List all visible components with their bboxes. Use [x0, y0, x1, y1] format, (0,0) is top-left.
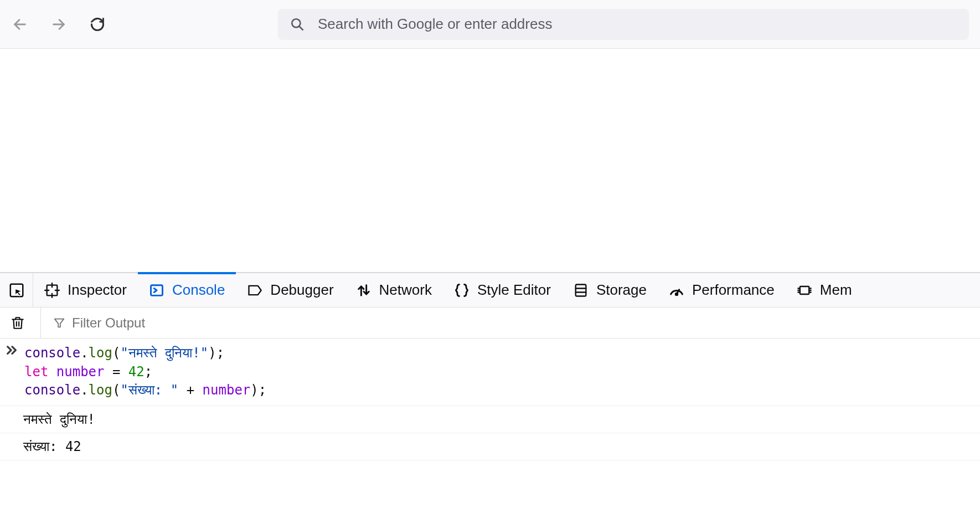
address-bar[interactable] — [278, 9, 969, 40]
tab-style-editor[interactable]: Style Editor — [443, 273, 562, 307]
tab-memory[interactable]: Mem — [786, 273, 863, 307]
devtools-panel: Inspector Console Debugger Netwo — [0, 272, 980, 460]
svg-point-17 — [675, 293, 678, 295]
code-line-3: console.log("संख्या: " + number); — [24, 381, 266, 400]
filter-wrapper — [40, 307, 971, 338]
tab-label: Mem — [820, 281, 852, 299]
tab-inspector[interactable]: Inspector — [33, 273, 138, 307]
tab-debugger[interactable]: Debugger — [236, 273, 344, 307]
forward-button[interactable] — [50, 16, 68, 33]
back-button[interactable] — [11, 16, 29, 33]
console-content: console.log("नमस्ते दुनिया!"); let numbe… — [0, 339, 980, 460]
browser-toolbar — [0, 0, 980, 49]
debugger-icon — [247, 283, 262, 298]
picker-icon — [8, 282, 25, 299]
tab-performance[interactable]: Performance — [658, 273, 786, 307]
tab-label: Debugger — [270, 281, 333, 299]
address-input[interactable] — [318, 16, 957, 33]
tab-label: Style Editor — [477, 281, 551, 299]
tab-label: Performance — [692, 281, 775, 299]
tab-label: Inspector — [68, 281, 127, 299]
network-icon — [356, 283, 372, 298]
tab-label: Network — [379, 281, 432, 299]
tab-console[interactable]: Console — [138, 273, 236, 307]
tab-label: Storage — [596, 281, 647, 299]
reload-button[interactable] — [89, 16, 106, 33]
filter-icon — [53, 317, 65, 329]
console-code: console.log("नमस्ते दुनिया!"); let numbe… — [24, 344, 266, 400]
clear-console-button[interactable] — [9, 314, 27, 332]
performance-icon — [669, 283, 684, 298]
memory-icon — [797, 283, 812, 298]
svg-line-3 — [299, 26, 303, 30]
svg-marker-27 — [55, 319, 64, 327]
tab-network[interactable]: Network — [345, 273, 443, 307]
search-icon — [290, 17, 305, 32]
svg-rect-18 — [800, 286, 809, 294]
console-icon — [149, 283, 164, 298]
console-input-block[interactable]: console.log("नमस्ते दुनिया!"); let numbe… — [0, 339, 980, 406]
devtools-tabs: Inspector Console Debugger Netwo — [0, 273, 980, 307]
element-picker-button[interactable] — [0, 273, 33, 307]
filter-output-input[interactable] — [72, 315, 971, 331]
page-content — [0, 49, 980, 272]
inspector-icon — [44, 283, 60, 298]
back-arrow-icon — [12, 17, 28, 32]
svg-rect-13 — [576, 284, 586, 296]
console-output-2: संख्या: 42 — [0, 433, 980, 460]
style-editor-icon — [454, 283, 470, 298]
console-output-1: नमस्ते दुनिया! — [0, 406, 980, 433]
tab-storage[interactable]: Storage — [562, 273, 658, 307]
tab-label: Console — [172, 281, 225, 299]
trash-icon — [11, 316, 25, 330]
forward-arrow-icon — [51, 17, 66, 32]
storage-icon — [573, 283, 589, 298]
nav-buttons — [11, 16, 106, 33]
code-line-1: console.log("नमस्ते दुनिया!"); — [24, 344, 266, 363]
code-line-2: let number = 42; — [24, 363, 266, 382]
console-controls — [0, 307, 980, 339]
console-prompt-icon — [6, 344, 18, 400]
